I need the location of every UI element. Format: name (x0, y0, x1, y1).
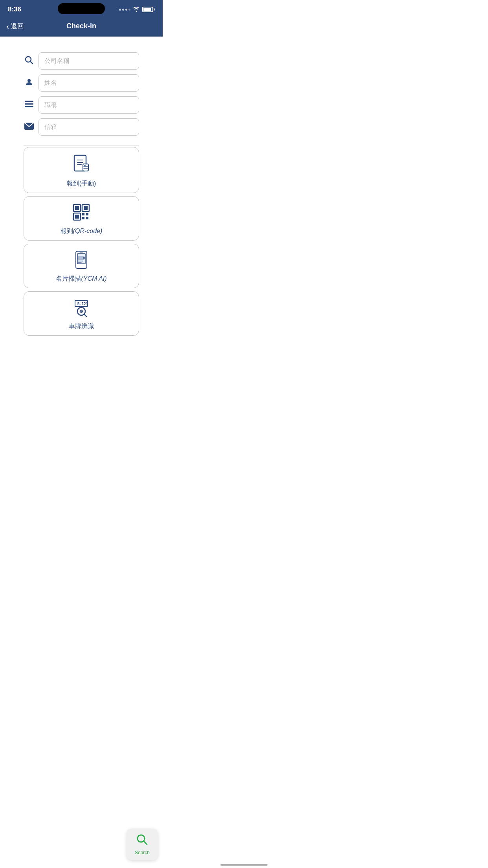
svg-rect-17 (82, 217, 84, 219)
qrcode-checkin-button[interactable]: 報到(QR-code) (24, 196, 139, 241)
status-time: 8:36 (8, 6, 21, 13)
businesscard-scan-button[interactable]: 名片掃描(YCM AI) (24, 244, 139, 288)
svg-rect-18 (86, 217, 88, 219)
battery-icon (142, 7, 155, 12)
svg-rect-3 (25, 101, 33, 102)
svg-rect-12 (84, 206, 88, 210)
license-plate-label: 車牌辨識 (69, 322, 94, 331)
status-icons (119, 6, 155, 13)
manual-checkin-label: 報到(手動) (67, 180, 96, 188)
name-field-row (24, 74, 139, 92)
businesscard-icon (71, 250, 92, 272)
svg-rect-15 (82, 213, 84, 215)
license-plate-button[interactable]: B-123 車牌辨識 (24, 291, 139, 336)
qrcode-icon (72, 203, 91, 224)
svg-text:B-123: B-123 (77, 302, 88, 306)
person-icon (24, 78, 35, 88)
company-input[interactable] (39, 52, 139, 70)
email-input[interactable] (39, 118, 139, 136)
wifi-icon (133, 6, 140, 13)
svg-point-2 (28, 79, 31, 82)
title-icon (24, 101, 35, 110)
signal-icon (119, 9, 130, 11)
action-buttons-section: 報到(手動) 報到(QR-code) (0, 147, 163, 339)
qrcode-checkin-label: 報到(QR-code) (61, 227, 103, 235)
email-icon (24, 123, 35, 132)
manual-checkin-button[interactable]: 報到(手動) (24, 147, 139, 193)
svg-rect-22 (83, 257, 85, 259)
back-arrow-icon: ‹ (6, 22, 9, 30)
job-title-input[interactable] (39, 96, 139, 114)
title-field-row (24, 96, 139, 114)
form-section (0, 37, 163, 143)
search-icon (24, 56, 35, 66)
email-field-row (24, 118, 139, 136)
checklist-icon (72, 154, 91, 177)
notch (58, 3, 105, 14)
license-plate-icon: B-123 (71, 298, 92, 319)
status-bar: 8:36 (0, 0, 163, 17)
svg-rect-14 (75, 215, 79, 219)
svg-rect-4 (25, 103, 33, 105)
svg-rect-5 (25, 106, 33, 107)
company-field-row (24, 52, 139, 70)
businesscard-label: 名片掃描(YCM AI) (56, 275, 106, 283)
svg-rect-25 (80, 252, 83, 253)
svg-line-1 (31, 61, 33, 64)
nav-bar: ‹ 返回 Check-in (0, 17, 163, 37)
svg-rect-10 (75, 206, 79, 210)
back-label: 返回 (11, 22, 24, 31)
svg-rect-16 (86, 213, 88, 215)
page-title: Check-in (66, 22, 96, 30)
form-divider (24, 145, 139, 145)
name-input[interactable] (39, 74, 139, 92)
back-button[interactable]: ‹ 返回 (6, 22, 24, 31)
svg-line-29 (84, 314, 87, 317)
